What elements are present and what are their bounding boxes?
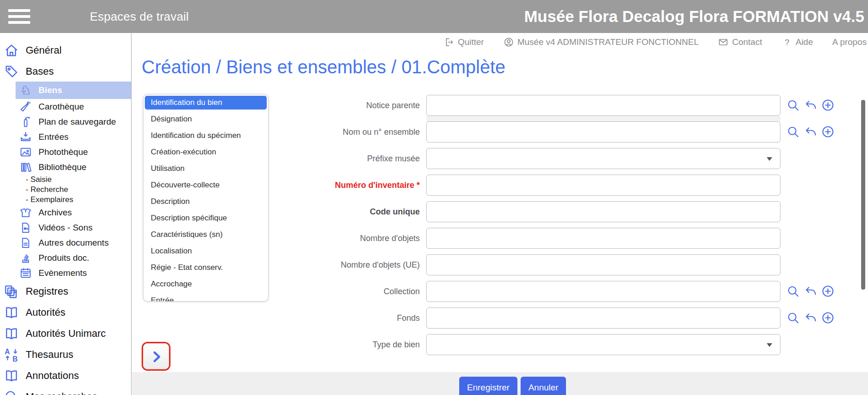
archive-box-icon: [19, 206, 32, 219]
field-input[interactable]: [426, 95, 780, 116]
sidebar-item-label: Photothèque: [38, 147, 88, 157]
caret-down-icon[interactable]: [767, 157, 772, 161]
open-book-icon: [4, 368, 19, 384]
sidebar-item-evenements[interactable]: Evènements: [0, 265, 131, 280]
field-input[interactable]: [426, 121, 780, 143]
sidebar-item-label: Produits doc.: [38, 253, 89, 263]
sidebar-item-label: - Saisie: [26, 175, 52, 184]
sidebar-item-videos-sons[interactable]: Vidéos - Sons: [0, 220, 131, 235]
sidebar-item-biens[interactable]: ♘ Biens: [16, 82, 131, 99]
header-link-quitter[interactable]: Quitter: [444, 37, 484, 48]
sidebar-item-label: Evènements: [38, 268, 87, 278]
sidebar-item-annotations[interactable]: Annotations: [0, 366, 131, 386]
thesaurus-icon: AB: [4, 347, 19, 362]
field-input[interactable]: [426, 148, 780, 169]
sidebar-item-exemplaires[interactable]: - Exemplaires: [0, 195, 131, 205]
exit-icon: [444, 37, 455, 48]
sidebar-item-label: Plan de sauvegarde: [38, 117, 116, 127]
sidebar-item-label: Carothèque: [38, 102, 84, 112]
field-input[interactable]: [426, 254, 780, 275]
field-input[interactable]: [426, 201, 780, 222]
sidebar-item-plan-de-sauvegarde[interactable]: Plan de sauvegarde: [0, 114, 131, 129]
sidebar-item-recherche[interactable]: - Recherche: [0, 185, 131, 195]
sidebar-item-autres-documents[interactable]: Autres documents: [0, 235, 131, 250]
caret-down-icon[interactable]: [767, 343, 772, 347]
header-link-aide[interactable]: ? Aide: [781, 37, 813, 48]
sidebar-item-label: Bases: [26, 66, 54, 77]
sidebar-item-label: Archives: [38, 208, 72, 218]
header-link-musee-v4-administrateur-fonctionnel[interactable]: Musée v4 ADMINISTRATEUR FONCTIONNEL: [503, 37, 699, 48]
header-link-contact[interactable]: Contact: [718, 37, 762, 48]
header-link-a-propos[interactable]: A propos: [832, 37, 867, 47]
form: Notice parente Nom ou n° ensemble Préfix…: [132, 95, 838, 361]
home-icon: [4, 43, 19, 58]
field-label: Nom ou n° ensemble: [132, 127, 426, 137]
topbar: Espaces de travail Musée Flora Decalog F…: [0, 0, 868, 33]
sidebar-item-bases[interactable]: Bases: [0, 61, 131, 82]
sidebar-item-registres[interactable]: Registres: [0, 281, 131, 302]
field-label: Numéro d'inventaire *: [132, 181, 426, 190]
add-icon[interactable]: [821, 285, 835, 298]
photo-icon: [19, 146, 32, 159]
header-link-label: Quitter: [458, 37, 484, 47]
search-icon[interactable]: [786, 125, 800, 139]
sidebar-item-thesaurus[interactable]: AB Thesaurus: [0, 345, 131, 365]
sidebar-item-autorites-unimarc[interactable]: Autorités Unimarc: [0, 324, 131, 344]
add-icon[interactable]: [821, 125, 835, 139]
form-row-numero-d-inventaire: Numéro d'inventaire *: [132, 175, 838, 196]
add-icon[interactable]: [821, 311, 835, 325]
sidebar-item-saisie[interactable]: - Saisie: [0, 175, 131, 185]
app-title: Musée Flora Decalog Flora FORMATION v4.5: [524, 0, 864, 33]
search-star-icon: [4, 389, 19, 395]
open-book-icon: [4, 326, 19, 341]
video-file-icon: [19, 221, 32, 234]
sidebar-item-archives[interactable]: Archives: [0, 205, 131, 220]
sidebar-item-label: Biens: [38, 85, 62, 95]
document-icon: [19, 236, 32, 249]
save-button[interactable]: Enregistrer: [459, 377, 517, 395]
form-row-notice-parente: Notice parente: [132, 95, 838, 116]
sidebar: Général Bases ♘ Biens Carothèque Plan de…: [0, 33, 132, 395]
cancel-button[interactable]: Annuler: [521, 377, 566, 395]
search-icon[interactable]: [786, 311, 800, 325]
field-input[interactable]: [426, 334, 780, 355]
sidebar-item-label: Vidéos - Sons: [38, 223, 93, 233]
sidebar-item-label: Autorités Unimarc: [26, 328, 106, 340]
header-link-label: Aide: [796, 37, 813, 47]
sidebar-item-entrees[interactable]: Entrées: [0, 129, 131, 144]
field-label: Nombre d'objets: [132, 234, 426, 243]
sidebar-item-label: Général: [26, 44, 61, 56]
mail-icon: [718, 37, 729, 48]
sidebar-item-general[interactable]: Général: [0, 40, 131, 60]
sidebar-item-phototheque[interactable]: Photothèque: [0, 144, 131, 159]
undo-icon[interactable]: [804, 285, 818, 298]
sidebar-item-bibliotheque[interactable]: Bibliothèque: [0, 159, 131, 175]
undo-icon[interactable]: [804, 125, 818, 139]
sidebar-item-mes-recherches[interactable]: Mes recherches: [0, 387, 131, 395]
field-input[interactable]: [426, 281, 780, 302]
field-label: Collection: [132, 287, 426, 296]
knight-icon: ♘: [20, 84, 31, 97]
field-input[interactable]: [426, 175, 780, 196]
undo-icon[interactable]: [804, 99, 818, 112]
search-icon[interactable]: [786, 99, 800, 112]
sidebar-item-autorites[interactable]: Autorités: [0, 302, 131, 323]
inbox-icon: [19, 131, 32, 143]
field-input[interactable]: [426, 307, 780, 329]
field-label: Type de bien: [132, 340, 426, 350]
vertical-scrollbar-thumb[interactable]: [861, 100, 865, 290]
workspace-label: Espaces de travail: [90, 10, 189, 24]
undo-icon[interactable]: [804, 311, 818, 325]
field-input[interactable]: [426, 228, 780, 249]
header-link-label: Musée v4 ADMINISTRATEUR FONCTIONNEL: [517, 37, 699, 47]
add-icon[interactable]: [821, 99, 835, 112]
header-links: Quitter Musée v4 ADMINISTRATEUR FONCTION…: [132, 33, 868, 51]
sidebar-item-label: Thesaurus: [26, 349, 73, 361]
form-row-prefixe-musee: Préfixe musée: [132, 148, 838, 169]
sidebar-item-carotheque[interactable]: Carothèque: [0, 99, 131, 114]
field-label: Notice parente: [132, 101, 426, 110]
hamburger-menu-icon[interactable]: [8, 6, 30, 27]
search-icon[interactable]: [786, 285, 800, 298]
sidebar-item-produits-doc[interactable]: Produits doc.: [0, 250, 131, 265]
core-sample-icon: [19, 100, 32, 113]
